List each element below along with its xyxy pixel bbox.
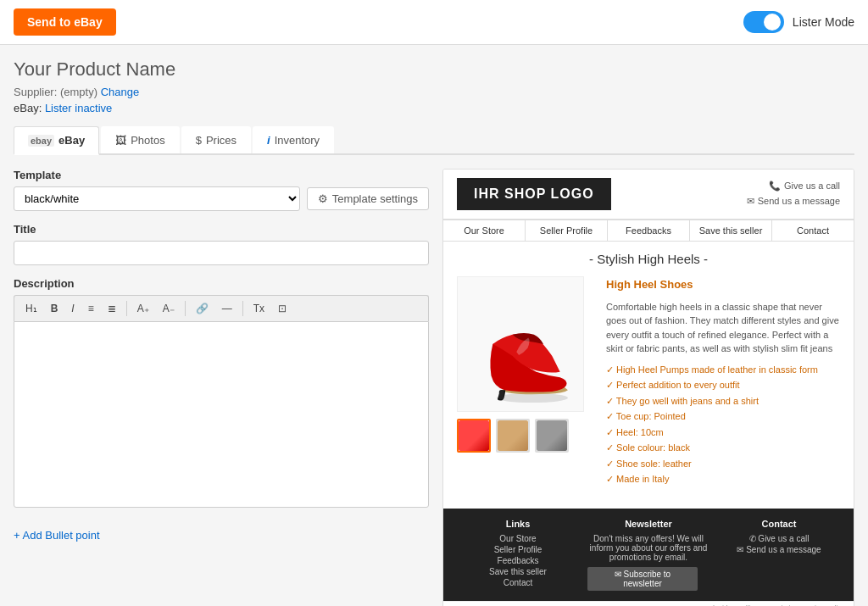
toolbar-font-increase-btn[interactable]: A₊: [131, 299, 155, 318]
feature-1: High Heel Pumps made of leather in class…: [606, 363, 840, 377]
preview-nav-seller-profile[interactable]: Seller Profile: [526, 220, 608, 241]
content-area: Template black/white classic modern ⚙ Te…: [14, 169, 854, 606]
preview-container: IHR SHOP LOGO 📞 Give us a call ✉ Send us…: [442, 169, 854, 606]
supplier-change-link[interactable]: Change: [101, 86, 140, 98]
shoe-illustration: [461, 281, 580, 408]
preview-thumbnails: [457, 419, 593, 453]
preview-image-area: [457, 276, 593, 488]
footer-contact-title: Contact: [718, 519, 840, 529]
preview-logo: IHR SHOP LOGO: [457, 178, 611, 210]
footer-link-contact[interactable]: Contact: [457, 578, 579, 587]
feature-7: Shoe sole: leather: [606, 457, 840, 471]
ebay-row: eBay: Lister inactive: [14, 102, 854, 114]
preview-product-title: - Stylish High Heels -: [457, 252, 840, 266]
description-editor[interactable]: [14, 321, 429, 508]
template-settings-button[interactable]: ⚙ Template settings: [307, 187, 429, 210]
tab-photos[interactable]: 🖼 Photos: [101, 126, 179, 153]
tab-ebay[interactable]: ebay eBay: [14, 126, 99, 155]
feature-2: Perfect addition to every outfit: [606, 378, 840, 392]
gear-icon: ⚙: [318, 192, 328, 205]
tab-inventory[interactable]: i Inventory: [253, 126, 334, 153]
preview-thumb-gray[interactable]: [535, 419, 569, 453]
ebay-status: Lister inactive: [45, 102, 112, 114]
footer-subscribe-button[interactable]: ✉ Subscribe to newsletter: [587, 567, 698, 591]
preview-contact-message-text: Send us a message: [758, 194, 840, 209]
toolbar-heading-btn[interactable]: H₁: [19, 299, 43, 318]
footer-contact-col: Contact ✆ Give us a call ✉ Send us a mes…: [718, 519, 840, 591]
preview-body: - Stylish High Heels -: [443, 242, 854, 509]
left-panel: Template black/white classic modern ⚙ Te…: [14, 169, 429, 606]
template-label: Template: [14, 169, 429, 181]
feature-3: They go well with jeans and a shirt: [606, 394, 840, 409]
footer-links-title: Links: [457, 519, 579, 529]
title-label: Title: [14, 223, 429, 236]
prices-icon: $: [196, 134, 202, 147]
preview-nav-contact[interactable]: Contact: [772, 220, 854, 241]
send-to-ebay-button[interactable]: Send to eBay: [14, 8, 116, 36]
supplier-value: (empty): [60, 86, 97, 98]
product-name: Your Product Name: [14, 58, 854, 81]
footer-link-save[interactable]: Save this seller: [457, 567, 579, 576]
preview-header: IHR SHOP LOGO 📞 Give us a call ✉ Send us…: [443, 170, 854, 220]
preview-product-area: High Heel Shoes Comfortable high heels i…: [457, 276, 840, 488]
footer-newsletter-title: Newsletter: [587, 519, 709, 529]
feature-4: Toe cup: Pointed: [606, 409, 840, 424]
preview-contact-call-link[interactable]: 📞 Give us a call: [747, 179, 840, 194]
preview-nav-feedbacks[interactable]: Feedbacks: [608, 220, 690, 241]
preview-features-list: High Heel Pumps made of leather in class…: [606, 363, 840, 486]
title-input[interactable]: [14, 241, 429, 265]
footer-link-store[interactable]: Our Store: [457, 534, 579, 543]
toolbar-divider-btn[interactable]: —: [216, 299, 238, 318]
tab-ebay-label: eBay: [58, 134, 85, 147]
photos-icon: 🖼: [115, 134, 126, 147]
ebay-icon: ebay: [28, 135, 54, 147]
footer-newsletter-text: Don't miss any offers! We will inform yo…: [587, 534, 709, 562]
template-row: black/white classic modern ⚙ Template se…: [14, 186, 429, 211]
footer-contact-message-link[interactable]: ✉ Send us a message: [718, 545, 840, 554]
title-section: Title: [14, 223, 429, 265]
feature-5: Heel: 10cm: [606, 425, 840, 440]
main-content: Your Product Name Supplier: (empty) Chan…: [0, 45, 868, 606]
svg-rect-1: [499, 390, 504, 399]
toolbar-link-btn[interactable]: 🔗: [190, 299, 214, 318]
preview-thumb-red[interactable]: [457, 419, 491, 453]
preview-contact-call-text: Give us a call: [784, 179, 840, 194]
preview-desc-text: Comfortable high heels in a classic shap…: [606, 300, 840, 356]
lister-mode-label: Lister Mode: [793, 15, 854, 29]
template-select[interactable]: black/white classic modern: [14, 186, 300, 211]
svg-point-0: [497, 393, 568, 403]
toolbar-clear-btn[interactable]: Tx: [248, 299, 270, 318]
toolbar-ordered-list-btn[interactable]: ≣: [102, 299, 122, 318]
preview-description: High Heel Shoes Comfortable high heels i…: [606, 276, 840, 488]
toolbar-media-btn[interactable]: ⊡: [272, 299, 292, 318]
tab-photos-label: Photos: [131, 134, 164, 147]
preview-thumb-beige[interactable]: [496, 419, 530, 453]
mail-icon: ✉: [747, 194, 754, 209]
footer-link-feedbacks[interactable]: Feedbacks: [457, 556, 579, 565]
description-section: Description H₁ B I ≡ ≣ A₊ A₋ 🔗 — Tx ⊡: [14, 277, 429, 510]
feature-8: Made in Italy: [606, 472, 840, 486]
preview-credit: Created with Easili - eBay Listing Desig…: [443, 601, 854, 607]
right-panel-preview: IHR SHOP LOGO 📞 Give us a call ✉ Send us…: [442, 169, 854, 606]
preview-nav: Our Store Seller Profile Feedbacks Save …: [443, 220, 854, 242]
toolbar-bold-btn[interactable]: B: [45, 299, 64, 318]
preview-contact-message-link[interactable]: ✉ Send us a message: [747, 194, 840, 209]
supplier-row: Supplier: (empty) Change: [14, 86, 854, 98]
preview-nav-our-store[interactable]: Our Store: [443, 220, 526, 241]
preview-nav-save-seller[interactable]: Save this seller: [690, 220, 772, 241]
phone-icon: 📞: [769, 179, 781, 194]
toolbar-separator-3: [242, 301, 243, 316]
tab-prices[interactable]: $ Prices: [181, 126, 251, 153]
footer-contact-call-link[interactable]: ✆ Give us a call: [718, 534, 840, 543]
toolbar-italic-btn[interactable]: I: [65, 299, 80, 318]
lister-mode-toggle[interactable]: [743, 11, 784, 33]
toolbar-unordered-list-btn[interactable]: ≡: [82, 299, 100, 318]
feature-6: Sole colour: black: [606, 441, 840, 455]
add-bullet-link[interactable]: + Add Bullet point: [14, 529, 100, 542]
description-toolbar: H₁ B I ≡ ≣ A₊ A₋ 🔗 — Tx ⊡: [14, 295, 429, 321]
template-settings-label: Template settings: [332, 192, 418, 205]
toolbar-font-decrease-btn[interactable]: A₋: [157, 299, 181, 318]
preview-footer: Links Our Store Seller Profile Feedbacks…: [443, 509, 854, 601]
preview-main-image: [457, 276, 584, 412]
footer-link-profile[interactable]: Seller Profile: [457, 545, 579, 554]
